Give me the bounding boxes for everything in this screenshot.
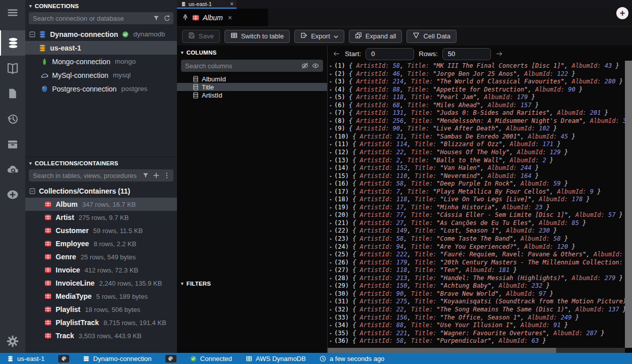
connection-Mongo-connection[interactable]: Mongo-connectionmongo bbox=[25, 55, 177, 68]
export-button[interactable]: Export bbox=[294, 30, 344, 43]
expand-row-icon[interactable]: ▸ bbox=[328, 117, 334, 125]
connections-header[interactable]: ▾ CONNECTIONS bbox=[25, 0, 177, 11]
record-row[interactable]: ▸(10) { ArtistId: 21, Title: "Sambas De … bbox=[328, 133, 625, 141]
connections-search-input[interactable] bbox=[33, 15, 149, 22]
record-row[interactable]: ▸(33) { ArtistId: 156, Title: "The Offic… bbox=[328, 314, 625, 322]
record-row[interactable]: ▸(19) { ArtistId: 17, Title: "Minha Hist… bbox=[328, 204, 625, 212]
record-row[interactable]: ▸(22) { ArtistId: 149, Title: "Lost, Sea… bbox=[328, 227, 625, 235]
expand-row-icon[interactable]: ▸ bbox=[328, 204, 334, 212]
expand-row-icon[interactable]: ▸ bbox=[328, 164, 334, 172]
palette-icon[interactable] bbox=[58, 355, 69, 362]
record-row[interactable]: ▸(27) { ArtistId: 118, Title: "Ten", Alb… bbox=[328, 266, 625, 275]
collection-Track[interactable]: Track 3,503 rows, 443.9 KB bbox=[25, 329, 177, 342]
filter-icon[interactable] bbox=[142, 172, 149, 179]
activity-item-database[interactable] bbox=[0, 30, 25, 56]
record-row[interactable]: ▸(36) { ArtistId: 58, Title: "Purpendicu… bbox=[328, 337, 625, 345]
collection-Invoice[interactable]: Invoice 412 rows, 72.3 KB bbox=[25, 263, 177, 277]
record-row[interactable]: ▸(29) { ArtistId: 150, Title: "Achtung B… bbox=[328, 282, 625, 290]
connection-Dynamo-connection[interactable]: Dynamo-connectiondynamodb bbox=[25, 27, 177, 41]
eye-icon[interactable] bbox=[312, 62, 319, 69]
expand-row-icon[interactable]: ▸ bbox=[328, 62, 334, 70]
expand-row-icon[interactable]: ▸ bbox=[328, 282, 334, 290]
expand-all-button[interactable]: Expand all bbox=[349, 30, 402, 43]
eye-off-icon[interactable] bbox=[301, 62, 308, 69]
expand-row-icon[interactable]: ▸ bbox=[328, 188, 334, 196]
record-row[interactable]: ▸(28) { ArtistId: 213, Title: "Handel: T… bbox=[328, 275, 625, 283]
expand-row-icon[interactable]: ▸ bbox=[328, 298, 334, 306]
activity-item-cloud-search[interactable] bbox=[0, 157, 25, 182]
arrow-left-icon[interactable] bbox=[333, 51, 340, 57]
record-row[interactable]: ▸(34) { ArtistId: 88, Title: "Use Your I… bbox=[328, 322, 625, 330]
collection-Employee[interactable]: Employee 8 rows, 2.2 KB bbox=[25, 237, 177, 250]
close-icon[interactable]: × bbox=[228, 14, 232, 22]
filters-header[interactable]: ▾ FILTERS bbox=[177, 277, 327, 289]
record-row[interactable]: ▸(31) { ArtistId: 275, Title: "Koyaanisq… bbox=[328, 298, 625, 306]
record-row[interactable]: ▸(26) { ArtistId: 179, Title: "20th Cent… bbox=[328, 259, 625, 267]
record-row[interactable]: ▸(21) { ArtistId: 27, Title: "As Canções… bbox=[328, 219, 625, 228]
expand-row-icon[interactable]: ▸ bbox=[328, 251, 334, 259]
expand-row-icon[interactable]: ▸ bbox=[328, 314, 334, 322]
record-row[interactable]: ▸(14) { ArtistId: 152, Title: "Van Halen… bbox=[328, 164, 625, 172]
expand-row-icon[interactable]: ▸ bbox=[328, 219, 334, 228]
record-row[interactable]: ▸(24) { ArtistId: 94, Title: "Are You Ex… bbox=[328, 243, 625, 251]
expand-row-icon[interactable]: ▸ bbox=[328, 157, 334, 165]
record-row[interactable]: ▸(35) { ArtistId: 221, Title: "Wagner: F… bbox=[328, 330, 625, 338]
record-row[interactable]: ▸(23) { ArtistId: 58, Title: "Come Taste… bbox=[328, 235, 625, 243]
expand-row-icon[interactable]: ▸ bbox=[328, 109, 334, 117]
collection-MediaType[interactable]: MediaType 5 rows, 189 bytes bbox=[25, 290, 177, 303]
settings-button[interactable] bbox=[0, 330, 25, 353]
vertical-scrollbar[interactable] bbox=[625, 61, 632, 348]
tab-us-east-1[interactable]: us-east-1 × bbox=[177, 0, 237, 9]
expand-row-icon[interactable]: ▸ bbox=[328, 290, 334, 298]
column-ArtistId[interactable]: ArtistId bbox=[177, 91, 327, 99]
connection-MySql-connection[interactable]: MySql-connectionmysql bbox=[25, 68, 177, 82]
columns-header[interactable]: ▾ COLUMNS bbox=[177, 46, 327, 58]
rows-input[interactable] bbox=[442, 48, 491, 60]
collection-Album[interactable]: Album 347 rows, 16.7 KB bbox=[25, 198, 177, 211]
collections-group-row[interactable]: Collections/Containers (11) bbox=[25, 185, 177, 198]
collection-Playlist[interactable]: Playlist 18 rows, 506 bytes bbox=[25, 303, 177, 316]
expand-row-icon[interactable]: ▸ bbox=[328, 259, 334, 267]
start-input[interactable] bbox=[366, 48, 414, 60]
record-row[interactable]: ▸(32) { ArtistId: 22, Title: "The Song R… bbox=[328, 306, 625, 314]
record-row[interactable]: ▸(16) { ArtistId: 58, Title: "Deep Purpl… bbox=[328, 180, 625, 188]
expand-row-icon[interactable]: ▸ bbox=[328, 125, 334, 133]
record-row[interactable]: ▸(11) { ArtistId: 114, Title: "Blizzard … bbox=[328, 141, 625, 149]
column-Title[interactable]: Title bbox=[177, 83, 327, 91]
expand-row-icon[interactable]: ▸ bbox=[328, 322, 334, 330]
expand-row-icon[interactable]: ▸ bbox=[328, 337, 334, 345]
record-row[interactable]: ▸(25) { ArtistId: 222, Title: "Fauré: Re… bbox=[328, 251, 625, 259]
expand-row-icon[interactable]: ▸ bbox=[328, 86, 334, 94]
expand-row-icon[interactable]: ▸ bbox=[328, 330, 334, 338]
record-row[interactable]: ▸(4) { ArtistId: 88, Title: "Appetite fo… bbox=[328, 86, 625, 94]
collection-InvoiceLine[interactable]: InvoiceLine 2,240 rows, 135.9 KB bbox=[25, 277, 177, 290]
expand-row-icon[interactable]: ▸ bbox=[328, 102, 334, 110]
status-us-east-1[interactable]: us-east-1 bbox=[7, 355, 44, 362]
refresh-icon[interactable] bbox=[163, 15, 170, 22]
record-row[interactable]: ▸(13) { ArtistId: 2, Title: "Balls to th… bbox=[328, 157, 625, 165]
record-row[interactable]: ▸(1) { ArtistId: 58, Title: "MK III The … bbox=[328, 62, 625, 70]
connection-Postgres-connection[interactable]: Postgres-connectionpostgres bbox=[25, 82, 177, 96]
kebab-menu-icon[interactable] bbox=[163, 172, 170, 179]
expand-row-icon[interactable]: ▸ bbox=[328, 227, 334, 235]
record-row[interactable]: ▸(17) { ArtistId: 7, Title: "Plays Metal… bbox=[328, 188, 625, 196]
record-row[interactable]: ▸(9) { ArtistId: 90, Title: "Live After … bbox=[328, 125, 625, 133]
record-row[interactable]: ▸(5) { ArtistId: 118, Title: "Pearl Jam"… bbox=[328, 94, 625, 102]
activity-item-history[interactable] bbox=[0, 106, 25, 131]
status-aws-dynamodb[interactable]: AWS DynamoDB bbox=[246, 355, 306, 362]
activity-item-plus-circle[interactable] bbox=[0, 182, 25, 207]
activity-item-archive[interactable] bbox=[0, 131, 25, 157]
plus-icon[interactable] bbox=[153, 172, 160, 179]
tab-album[interactable]: Album × bbox=[177, 9, 268, 26]
expand-row-icon[interactable]: ▸ bbox=[328, 149, 334, 157]
column-AlbumId[interactable]: AlbumId bbox=[177, 75, 327, 83]
expand-row-icon[interactable]: ▸ bbox=[328, 78, 334, 86]
record-row[interactable]: ▸(30) { ArtistId: 90, Title: "Brave New … bbox=[328, 290, 625, 298]
record-row[interactable]: ▸(20) { ArtistId: 77, Title: "Cássia Ell… bbox=[328, 211, 625, 219]
close-icon[interactable]: × bbox=[230, 1, 234, 8]
save-button[interactable]: Save bbox=[182, 30, 220, 43]
add-tab-button[interactable]: + bbox=[616, 7, 628, 19]
pin-icon[interactable] bbox=[182, 14, 189, 21]
expand-row-icon[interactable]: ▸ bbox=[328, 141, 334, 149]
record-row[interactable]: ▸(18) { ArtistId: 118, Title: "Live On T… bbox=[328, 196, 625, 204]
